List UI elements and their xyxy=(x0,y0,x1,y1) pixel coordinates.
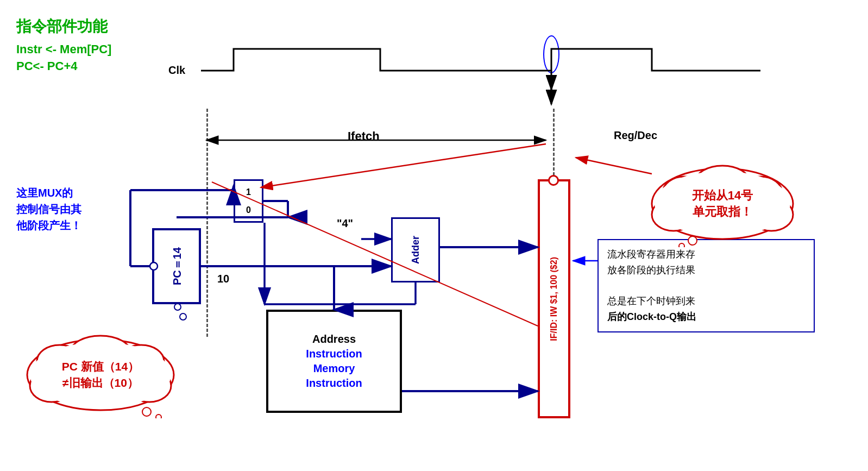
svg-point-12 xyxy=(688,236,697,245)
mux-label-0: 0 xyxy=(246,205,251,215)
title-line2: PC<- PC+4 xyxy=(16,59,78,73)
diagram-container: 指令部件功能 Instr <- Mem[PC] PC<- PC+4 Clk If… xyxy=(0,0,868,471)
ifetch-label: Ifetch xyxy=(348,129,380,143)
ifid-top-circle xyxy=(548,175,559,186)
imem-instruction1: Instruction xyxy=(306,348,362,360)
svg-point-26 xyxy=(142,407,151,416)
ten-label: 10 xyxy=(217,273,229,285)
mux-label-1: 1 xyxy=(246,187,251,197)
four-label: "4" xyxy=(337,217,353,230)
mux-note-line1: 这里MUX的 xyxy=(16,187,73,199)
pc-box-text: PC＝14 xyxy=(169,247,184,285)
mux-note-line2: 控制信号由其 xyxy=(16,203,81,215)
pc-circle-2 xyxy=(179,313,187,321)
title-block: 指令部件功能 Instr <- Mem[PC] PC<- PC+4 xyxy=(16,16,111,75)
svg-point-13 xyxy=(679,243,684,247)
info-line2: 放各阶段的执行结果 xyxy=(607,262,805,278)
cloud-right: 开始从14号 单元取指！ xyxy=(641,160,804,247)
ifid-text: IF/ID: IW $1, 100 ($2) xyxy=(549,257,560,341)
info-line4: 后的Clock-to-Q输出 xyxy=(607,309,805,325)
mux-box: 1 0 xyxy=(234,179,263,223)
adder-box: Adder xyxy=(391,217,440,282)
regdec-label: Reg/Dec xyxy=(614,129,657,142)
pc-box: PC＝14 xyxy=(152,228,201,304)
pc-circle-1 xyxy=(174,303,181,311)
dashed-line-left xyxy=(206,109,208,337)
clk-label: Clk xyxy=(168,64,185,77)
imem-instruction2: Instruction xyxy=(306,377,362,390)
info-line1: 流水段寄存器用来存 xyxy=(607,247,805,262)
imem-memory: Memory xyxy=(313,362,355,375)
mux-note-line3: 他阶段产生！ xyxy=(16,219,81,231)
svg-line-58 xyxy=(576,158,652,174)
svg-text:开始从14号: 开始从14号 xyxy=(691,189,753,202)
svg-line-57 xyxy=(261,144,546,187)
instruction-memory-box: Address Instruction Memory Instruction xyxy=(266,310,402,413)
info-box-right: 流水段寄存器用来存 放各阶段的执行结果 总是在下个时钟到来 后的Clock-to… xyxy=(597,239,815,332)
cloud-left: PC 新值（14） ≠旧输出（10） xyxy=(16,331,185,418)
blue-oval-clock xyxy=(543,35,559,73)
ifid-register-box: IF/ID: IW $1, 100 ($2) xyxy=(538,179,570,418)
svg-text:单元取指！: 单元取指！ xyxy=(693,205,752,218)
adder-text: Adder xyxy=(410,236,422,264)
svg-text:≠旧输出（10）: ≠旧输出（10） xyxy=(62,376,139,389)
title-cn: 指令部件功能 xyxy=(16,16,111,37)
title-line1: Instr <- Mem[PC] xyxy=(16,42,111,56)
svg-point-27 xyxy=(156,415,161,418)
imem-address: Address xyxy=(312,333,356,346)
title-instr: Instr <- Mem[PC] PC<- PC+4 xyxy=(16,41,111,75)
mux-note: 这里MUX的 控制信号由其 他阶段产生！ xyxy=(16,185,81,234)
svg-text:PC 新值（14）: PC 新值（14） xyxy=(62,360,139,373)
info-line3: 总是在下个时钟到来 xyxy=(607,293,805,309)
